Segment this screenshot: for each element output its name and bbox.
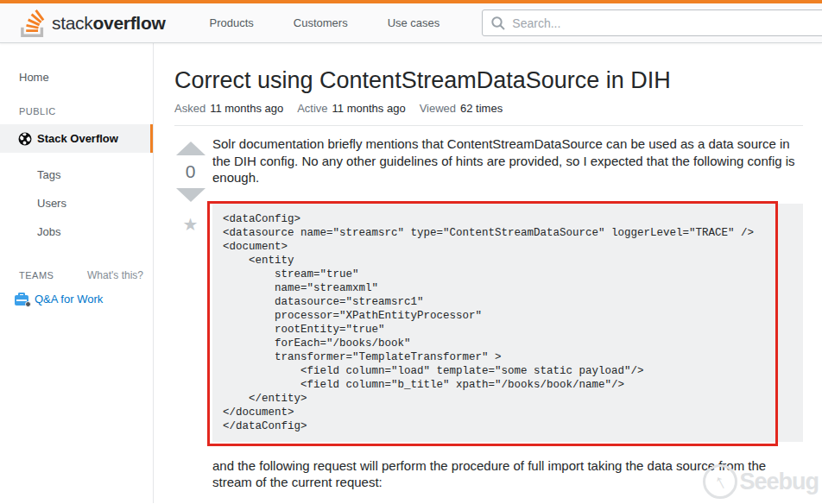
teams-row: TEAMS What's this? [0,269,153,281]
sidebar-item-home[interactable]: Home [0,71,153,84]
main-content: Correct using ContentStreamDataSource in… [154,43,822,503]
meta-viewed-value: 62 times [460,102,503,115]
left-sidebar: Home PUBLIC Stack Overflow Tags Users Jo… [0,43,154,503]
nav-customers[interactable]: Customers [274,4,368,41]
code-block-wrap: <dataConfig> <datasource name="streamsrc… [212,204,803,442]
qa-for-work-label: Q&A for Work [35,293,103,306]
sidebar-heading-public: PUBLIC [0,106,153,117]
sidebar-item-label: Stack Overflow [37,132,118,145]
meta-asked-value: 11 months ago [210,102,283,115]
globe-icon [18,132,32,146]
briefcase-icon [15,293,29,306]
sidebar-item-jobs[interactable]: Jobs [0,225,153,238]
header-nav: Products Customers Use cases [189,4,459,41]
nav-products[interactable]: Products [189,4,273,41]
whats-this-link[interactable]: What's this? [87,269,143,281]
page-body: Home PUBLIC Stack Overflow Tags Users Jo… [0,43,822,503]
top-navbar: stackoverflow Products Customers Use cas… [0,3,822,43]
downvote-button[interactable] [176,188,206,202]
divider [174,125,803,126]
meta-active-value: 11 months ago [332,102,406,115]
logo-text: stackoverflow [52,13,165,34]
search-icon [490,16,506,31]
post-body: Solr documentation briefly mentions that… [212,135,803,491]
meta-viewed-label: Viewed [420,102,456,115]
sidebar-item-qa-for-work[interactable]: Q&A for Work [0,293,153,306]
search-box[interactable] [482,9,822,36]
stackoverflow-logo-icon [21,9,45,37]
question-meta: Asked11 months ago Active11 months ago V… [174,102,803,115]
vote-column: 0 ★ [168,135,212,491]
meta-active-label: Active [297,102,327,115]
code-block[interactable]: <dataConfig> <datasource name="streamsrc… [212,204,803,442]
sidebar-heading-teams: TEAMS [19,270,54,280]
question-post: 0 ★ Solr documentation briefly mentions … [168,135,803,491]
favorite-star-icon[interactable]: ★ [183,216,199,233]
sidebar-item-tags[interactable]: Tags [0,168,153,181]
question-intro-text: Solr documentation briefly mentions that… [212,135,803,186]
sidebar-item-stack-overflow[interactable]: Stack Overflow [0,124,153,153]
upvote-button[interactable] [176,142,206,155]
sidebar-item-users[interactable]: Users [0,197,153,210]
search-input[interactable] [512,16,822,30]
nav-use-cases[interactable]: Use cases [368,4,460,41]
stackoverflow-logo[interactable]: stackoverflow [21,9,165,37]
vote-count: 0 [186,161,196,182]
question-title: Correct using ContentStreamDataSource in… [174,66,803,94]
meta-asked-label: Asked [174,102,206,115]
question-outro-text: and the following request will perform t… [212,457,803,491]
